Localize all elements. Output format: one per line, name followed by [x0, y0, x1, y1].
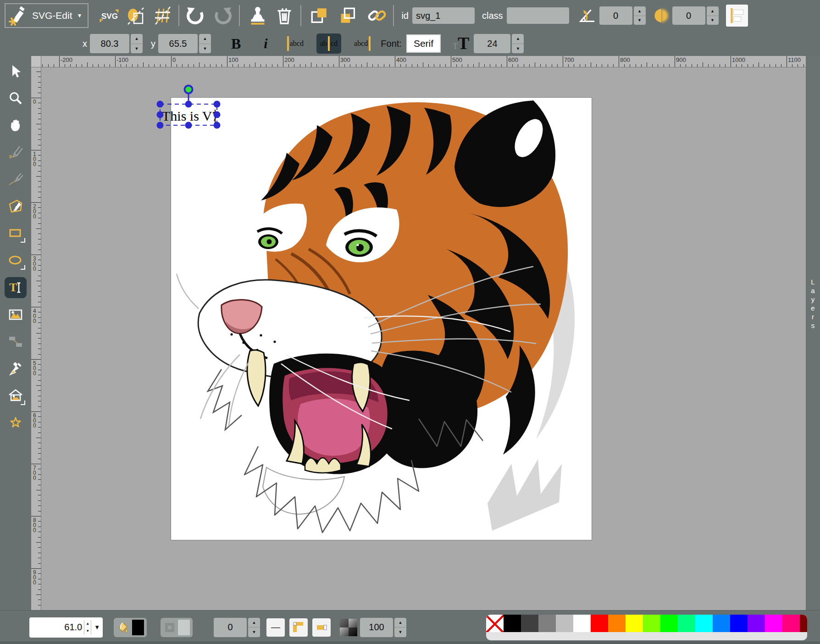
preferences-button[interactable] — [152, 5, 173, 26]
line-tool[interactable] — [5, 169, 27, 190]
stroke-width-spin-up[interactable]: ▲ — [248, 618, 260, 628]
id-input[interactable]: svg_1 — [412, 7, 475, 24]
font-size-spinner[interactable]: ▲▼ — [512, 34, 524, 53]
y-spin-down[interactable]: ▼ — [199, 44, 211, 54]
blur-spin-down[interactable]: ▼ — [707, 16, 719, 25]
make-link-button[interactable] — [366, 5, 388, 26]
font-family-button[interactable]: Serif — [406, 34, 441, 53]
shape-library-tool[interactable] — [5, 385, 27, 406]
palette-swatch-#7f0000[interactable] — [800, 615, 807, 632]
zoom-dropdown-icon[interactable]: ▼ — [91, 624, 100, 631]
opacity-spinner[interactable]: ▲▼ — [394, 618, 406, 637]
pan-tool[interactable] — [5, 115, 27, 136]
palette-swatch-#ffff00[interactable] — [626, 615, 643, 632]
palette-swatch-#7fff00[interactable] — [643, 615, 660, 632]
palette-swatch-#bfbfbf[interactable] — [556, 615, 573, 632]
rotate-handle[interactable] — [185, 86, 193, 94]
select-tool[interactable] — [5, 61, 27, 82]
palette-swatch-#ff0000[interactable] — [591, 615, 608, 632]
ellipse-tool[interactable] — [5, 250, 27, 271]
pencil-tool[interactable] — [5, 142, 27, 163]
y-spinner[interactable]: ▲▼ — [199, 34, 211, 53]
palette-swatch-#000000[interactable] — [504, 615, 521, 632]
stroke-width-spin-down[interactable]: ▼ — [248, 627, 260, 637]
angle-spinner[interactable]: ▲▼ — [634, 6, 646, 25]
redo-button[interactable] — [212, 5, 233, 26]
main-menu-button[interactable]: SVG-Edit ▼ — [5, 3, 89, 28]
layers-panel-toggle[interactable]: Layers — [806, 56, 820, 610]
font-size-input[interactable]: 24 — [474, 34, 510, 53]
linejoin-button[interactable] — [289, 618, 308, 637]
undo-button[interactable] — [185, 5, 206, 26]
eyedropper-tool[interactable] — [5, 358, 27, 379]
y-spin-up[interactable]: ▲ — [199, 34, 211, 44]
opacity-icon[interactable] — [340, 619, 357, 636]
palette-swatch-#00ff00[interactable] — [660, 615, 678, 632]
path-tool[interactable] — [5, 196, 27, 217]
rect-tool[interactable] — [5, 223, 27, 244]
document-properties-button[interactable] — [125, 5, 146, 26]
x-spin-down[interactable]: ▼ — [131, 44, 143, 54]
text-x-input[interactable]: 80.3 — [90, 34, 129, 53]
star-tool[interactable] — [5, 412, 27, 433]
palette-swatch-#007fff[interactable] — [713, 615, 730, 632]
bold-button[interactable]: B — [231, 35, 241, 52]
opacity-input[interactable]: 100 — [360, 618, 393, 637]
zoom-tool[interactable] — [5, 88, 27, 109]
zoom-spin-down[interactable]: ▼ — [84, 627, 91, 635]
source-editor-button[interactable]: SVG — [99, 5, 120, 26]
fill-color-group[interactable] — [114, 618, 147, 637]
opacity-spin-down[interactable]: ▼ — [394, 627, 406, 637]
text-tool[interactable]: T — [5, 277, 27, 298]
text-y-input[interactable]: 65.5 — [158, 34, 198, 53]
blur-input[interactable]: 0 — [672, 6, 705, 25]
palette-swatch-#ffffff[interactable] — [573, 615, 591, 632]
image-tool[interactable] — [5, 304, 27, 325]
connector-tool[interactable] — [5, 331, 27, 352]
italic-button[interactable]: i — [264, 36, 267, 51]
workspace[interactable]: This is V7 — [41, 67, 806, 610]
linecap-button[interactable] — [312, 618, 331, 637]
ruler-tick — [367, 62, 367, 67]
stroke-color-swatch[interactable] — [178, 620, 190, 635]
angle-spin-up[interactable]: ▲ — [634, 6, 646, 16]
palette-swatch-#00ffff[interactable] — [695, 615, 713, 632]
palette-swatch-#7f00ff[interactable] — [748, 615, 765, 632]
clone-button[interactable] — [247, 5, 268, 26]
palette-swatch-#00ff7f[interactable] — [678, 615, 695, 632]
stroke-width-spinner[interactable]: ▲▼ — [248, 618, 260, 637]
font-size-spin-down[interactable]: ▼ — [512, 44, 524, 54]
align-dropdown-button[interactable] — [726, 5, 748, 27]
text-anchor-middle-button[interactable]: ab cd — [316, 33, 341, 54]
palette-swatch-#ff00ff[interactable] — [765, 615, 782, 632]
stroke-dash-select[interactable]: — — [266, 618, 285, 637]
move-to-top-button[interactable] — [337, 5, 358, 26]
palette-swatch-#7f7f7f[interactable] — [538, 615, 556, 632]
zoom-spinner[interactable]: ▲▼ — [84, 620, 91, 635]
x-spinner[interactable]: ▲▼ — [131, 34, 143, 53]
palette-swatch-#0000ff[interactable] — [730, 615, 748, 632]
palette-swatch-#3f3f3f[interactable] — [521, 615, 538, 632]
angle-spin-down[interactable]: ▼ — [634, 16, 646, 25]
blur-spin-up[interactable]: ▲ — [707, 6, 719, 16]
opacity-spin-up[interactable]: ▲ — [394, 618, 406, 628]
delete-button[interactable] — [274, 5, 295, 26]
angle-input[interactable]: 0 — [599, 6, 632, 25]
zoom-spin-up[interactable]: ▲ — [84, 620, 91, 627]
palette-swatch-none[interactable] — [486, 615, 504, 632]
stroke-width-input[interactable]: 0 — [214, 618, 247, 637]
stroke-color-group[interactable] — [161, 618, 193, 637]
blur-spinner[interactable]: ▲▼ — [707, 6, 719, 25]
zoom-widget[interactable]: 61.0 ▲▼ ▼ — [29, 617, 103, 638]
palette-swatch-#ff007f[interactable] — [782, 615, 800, 632]
palette-swatch-#ff7f00[interactable] — [608, 615, 626, 632]
text-anchor-end-button[interactable]: abcd — [350, 33, 373, 54]
x-spin-up[interactable]: ▲ — [131, 34, 143, 44]
font-size-spin-up[interactable]: ▲ — [512, 34, 524, 44]
svg-canvas[interactable] — [171, 98, 592, 540]
move-to-bottom-button[interactable] — [309, 5, 330, 26]
fill-color-swatch[interactable] — [132, 620, 144, 635]
text-anchor-start-button[interactable]: abcd — [284, 33, 307, 54]
zoom-value[interactable]: 61.0 — [32, 622, 84, 633]
class-input[interactable] — [507, 7, 569, 24]
